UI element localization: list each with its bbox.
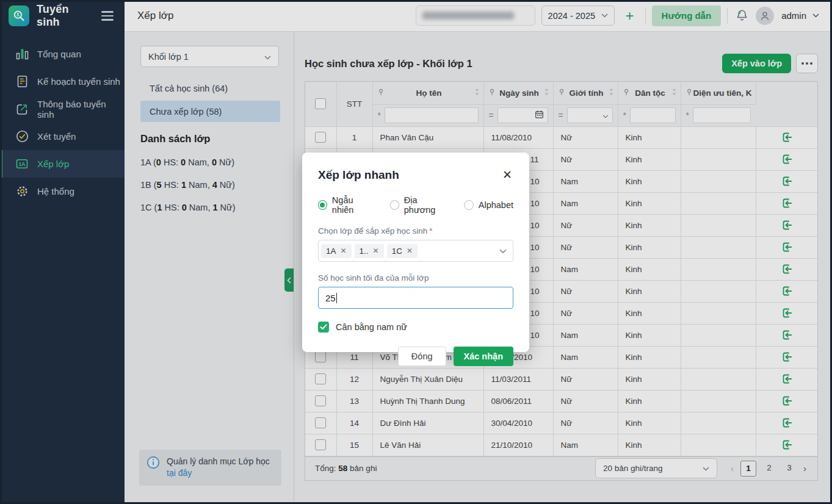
radio-icon xyxy=(464,200,474,210)
class-tag-label: 1A xyxy=(326,247,336,256)
class-multiselect[interactable]: 1A✕1..✕1C✕ xyxy=(318,240,513,262)
class-select-label: Chọn lớp để sắp xếp học sinh* xyxy=(318,226,513,236)
app-window: Tuyển sinh Tổng quanKế hoạch tuyển sinhT… xyxy=(0,0,832,504)
remove-tag-icon[interactable]: ✕ xyxy=(373,247,379,254)
sort-mode-radio-group: Ngẫu nhiênĐịa phươngAlphabet xyxy=(318,195,513,215)
balance-gender-checkbox[interactable]: Cân bằng nam nữ xyxy=(318,322,513,333)
class-tag-1C: 1C✕ xyxy=(387,244,418,258)
class-tag-label: 1.. xyxy=(360,247,369,256)
modal-confirm-button[interactable]: Xác nhận xyxy=(454,347,513,366)
radio-alphabet[interactable]: Alphabet xyxy=(464,200,513,210)
class-tag-1A: 1A✕ xyxy=(321,244,352,258)
radio-label: Địa phương xyxy=(404,195,447,215)
radio-label: Alphabet xyxy=(479,200,513,210)
radio-ngau-nhien[interactable]: Ngẫu nhiên xyxy=(318,195,374,215)
radio-icon xyxy=(390,200,399,210)
quick-assign-modal: Xếp lớp nhanh ✕ Ngẫu nhiênĐịa phươngAlph… xyxy=(302,153,529,352)
radio-label: Ngẫu nhiên xyxy=(332,195,374,215)
max-students-input[interactable]: 25 xyxy=(318,287,513,309)
radio--ia-phuong[interactable]: Địa phương xyxy=(390,195,447,215)
close-icon[interactable]: ✕ xyxy=(501,168,513,182)
class-tag-label: 1C xyxy=(392,247,402,256)
modal-title: Xếp lớp nhanh xyxy=(318,168,501,182)
max-students-label: Số học sinh tối đa của mỗi lớp xyxy=(318,273,513,283)
chevron-down-icon xyxy=(499,245,507,256)
radio-selected-icon xyxy=(318,200,327,210)
modal-close-button[interactable]: Đóng xyxy=(398,347,446,366)
checkbox-checked-icon xyxy=(318,322,329,333)
remove-tag-icon[interactable]: ✕ xyxy=(407,247,413,254)
class-tag-1: 1..✕ xyxy=(355,244,384,258)
text-cursor xyxy=(336,293,337,303)
remove-tag-icon[interactable]: ✕ xyxy=(341,247,347,254)
